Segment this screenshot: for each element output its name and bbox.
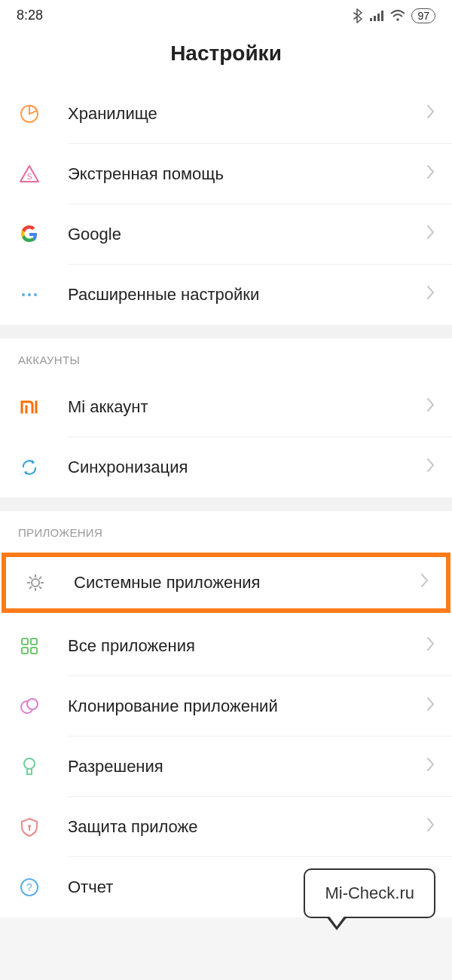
row-google[interactable]: Google: [0, 204, 452, 265]
row-app-lock[interactable]: Защита приложе: [0, 797, 452, 857]
permissions-icon: [17, 754, 42, 779]
status-time: 8:28: [17, 8, 43, 23]
shield-lock-icon: [17, 814, 42, 840]
chevron-right-icon: [426, 757, 435, 776]
chevron-right-icon: [426, 225, 435, 244]
chevron-right-icon: [426, 458, 435, 477]
svg-line-15: [29, 577, 32, 579]
watermark-bubble: Mi-Check.ru: [304, 868, 435, 918]
svg-point-26: [28, 825, 31, 828]
row-all-apps[interactable]: Все приложения: [0, 616, 452, 676]
chevron-right-icon: [426, 397, 435, 417]
storage-icon: [17, 101, 42, 127]
settings-group-system: Хранилище S Экстренная помощь Google: [0, 84, 452, 325]
svg-rect-19: [22, 639, 28, 645]
row-permissions[interactable]: Разрешения: [0, 737, 452, 797]
row-label: Mi аккаунт: [42, 397, 426, 417]
row-mi-account[interactable]: Mi аккаунт: [0, 377, 452, 437]
svg-rect-2: [377, 14, 380, 21]
chevron-right-icon: [426, 697, 435, 716]
svg-line-18: [29, 586, 32, 589]
row-system-apps[interactable]: Системные приложения: [2, 553, 450, 613]
svg-point-10: [32, 579, 39, 586]
row-label: Экстренная помощь: [42, 164, 426, 184]
report-icon: ?: [17, 874, 42, 900]
chevron-right-icon: [426, 164, 435, 184]
svg-point-8: [28, 293, 31, 296]
svg-line-16: [39, 586, 41, 589]
row-label: Разрешения: [42, 757, 426, 776]
mi-icon: [17, 394, 42, 420]
chevron-right-icon: [426, 285, 435, 305]
row-advanced[interactable]: Расширенные настройки: [0, 265, 452, 325]
svg-text:?: ?: [26, 881, 32, 893]
gear-icon: [23, 570, 48, 596]
row-emergency[interactable]: S Экстренная помощь: [0, 144, 452, 204]
row-label: Системные приложения: [48, 573, 420, 593]
svg-rect-0: [370, 18, 372, 21]
chevron-right-icon: [420, 573, 429, 593]
page-title: Настройки: [0, 41, 452, 66]
settings-group-apps: Системные приложения Все приложения Клон…: [0, 553, 452, 917]
svg-point-7: [22, 293, 25, 296]
row-label: Синхронизация: [42, 458, 426, 477]
settings-group-accounts: Mi аккаунт Синхронизация: [0, 377, 452, 498]
chevron-right-icon: [426, 636, 435, 656]
svg-point-25: [24, 758, 35, 769]
svg-line-17: [39, 577, 41, 579]
row-label: Хранилище: [42, 104, 426, 124]
row-label: Все приложения: [42, 636, 426, 656]
row-clone-apps[interactable]: Клонирование приложений: [0, 676, 452, 737]
svg-point-9: [34, 293, 37, 296]
section-header-accounts: АККАУНТЫ: [0, 338, 452, 377]
watermark-text: Mi-Check.ru: [325, 884, 414, 902]
row-label: Клонирование приложений: [42, 697, 426, 716]
sync-icon: [17, 455, 42, 480]
svg-rect-1: [374, 16, 376, 21]
row-label: Расширенные настройки: [42, 285, 426, 305]
status-bar: 8:28 97: [0, 0, 452, 28]
svg-rect-21: [22, 648, 28, 654]
chevron-right-icon: [426, 104, 435, 124]
emergency-icon: S: [17, 161, 42, 187]
status-right: 97: [353, 8, 435, 23]
battery-level: 97: [411, 8, 435, 23]
wifi-icon: [390, 10, 405, 22]
page-header: Настройки: [0, 28, 452, 84]
google-icon: [17, 222, 42, 247]
row-storage[interactable]: Хранилище: [0, 84, 452, 144]
chevron-right-icon: [426, 817, 435, 837]
signal-icon: [369, 10, 384, 22]
svg-text:S: S: [27, 173, 32, 181]
svg-point-4: [397, 18, 400, 21]
svg-rect-3: [381, 11, 383, 21]
svg-rect-22: [31, 648, 37, 654]
row-label: Google: [42, 225, 426, 244]
row-sync[interactable]: Синхронизация: [0, 437, 452, 498]
more-icon: [17, 282, 42, 308]
row-label: Защита приложе: [42, 817, 426, 837]
svg-rect-20: [31, 639, 37, 645]
apps-grid-icon: [17, 633, 42, 659]
svg-point-24: [27, 699, 38, 709]
section-header-apps: ПРИЛОЖЕНИЯ: [0, 511, 452, 550]
bluetooth-icon: [353, 8, 363, 23]
clone-icon: [17, 694, 42, 719]
